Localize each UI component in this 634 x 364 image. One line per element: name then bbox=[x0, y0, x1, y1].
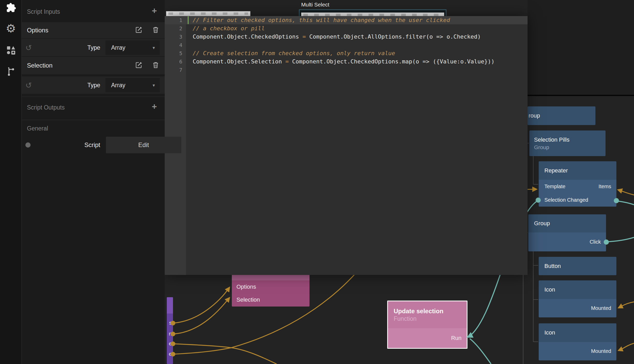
tool-sidebar: ⚙ bbox=[0, 0, 22, 364]
app-window: roup Selection Pills Group Repeater Temp… bbox=[0, 0, 634, 364]
code-line[interactable]: // a checkbox or pill bbox=[186, 24, 528, 33]
input-row-selection[interactable]: Selection bbox=[22, 57, 165, 74]
multi-select-node-label: Multi Select bbox=[301, 2, 329, 8]
node-title: Icon bbox=[544, 329, 616, 336]
type-label: Type bbox=[76, 82, 100, 89]
port-fragment: s bbox=[169, 320, 172, 326]
reset-icon[interactable]: ↺ bbox=[25, 43, 32, 52]
input-name: Selection bbox=[27, 62, 53, 69]
script-property-label: Script bbox=[74, 141, 100, 149]
node-script-clipped[interactable]: s n e e bbox=[167, 297, 173, 364]
text-cursor bbox=[188, 16, 189, 24]
code-line[interactable]: // Filter out checked options, this will… bbox=[186, 16, 528, 24]
code-line[interactable] bbox=[186, 41, 528, 49]
port-options[interactable]: Options bbox=[232, 283, 256, 290]
line-number: 3 bbox=[165, 33, 186, 41]
add-script-output-button[interactable]: + bbox=[149, 101, 160, 112]
type-label: Type bbox=[76, 44, 100, 51]
code-line[interactable]: // Create selection from checked options… bbox=[186, 49, 528, 57]
line-number: 6 bbox=[165, 57, 186, 66]
section-script-inputs: Script Inputs bbox=[27, 8, 60, 15]
type-row-options: ↺ Type Array ▼ bbox=[22, 39, 165, 56]
script-port-dot bbox=[25, 142, 31, 148]
version-control-branch-icon[interactable] bbox=[0, 66, 22, 77]
add-script-input-button[interactable]: + bbox=[149, 6, 160, 16]
line-number: 5 bbox=[165, 49, 186, 57]
line-number: 1 bbox=[165, 16, 186, 24]
port-selection-changed[interactable]: Selection Changed bbox=[539, 197, 588, 203]
node-title: Icon bbox=[544, 286, 616, 293]
components-tab-puzzle-icon[interactable] bbox=[0, 2, 22, 13]
node-title: Repeater bbox=[544, 167, 616, 174]
chevron-down-icon: ▼ bbox=[152, 83, 156, 88]
settings-gear-icon[interactable]: ⚙ bbox=[0, 23, 22, 34]
section-general: General bbox=[27, 125, 48, 132]
node-title: Update selection bbox=[394, 308, 467, 315]
reset-icon[interactable]: ↺ bbox=[25, 81, 32, 90]
properties-panel: Script Inputs + Options ↺ Type Arr bbox=[22, 0, 165, 364]
chevron-down-icon: ▼ bbox=[152, 46, 156, 50]
delete-icon[interactable] bbox=[152, 61, 159, 70]
port-selection[interactable]: Selection bbox=[232, 296, 260, 303]
rename-icon[interactable] bbox=[135, 61, 142, 70]
divider bbox=[22, 120, 165, 120]
line-number: 7 bbox=[165, 66, 186, 74]
divider bbox=[22, 97, 165, 97]
dropdown-value: Array bbox=[111, 44, 125, 51]
port-run[interactable]: Run bbox=[451, 335, 467, 341]
rename-icon[interactable] bbox=[135, 26, 142, 34]
line-number: 2 bbox=[165, 24, 186, 33]
code-line[interactable] bbox=[186, 66, 528, 74]
node-button[interactable]: Button bbox=[539, 257, 616, 275]
code-text[interactable]: // Filter out checked options, this will… bbox=[186, 16, 528, 74]
delete-icon[interactable] bbox=[152, 26, 159, 34]
node-icon-2[interactable]: Icon Mounted bbox=[539, 323, 616, 360]
node-update-selection[interactable]: Update selection Function Run bbox=[387, 301, 467, 349]
script-code-editor[interactable]: 1234567 // Filter out checked options, t… bbox=[165, 16, 528, 275]
port-fragment: e bbox=[169, 351, 172, 357]
port-click[interactable]: Click bbox=[590, 239, 606, 245]
port-template[interactable]: Template bbox=[539, 184, 565, 190]
code-line[interactable]: Component.Object.Selection = Component.O… bbox=[186, 57, 528, 66]
port-mounted[interactable]: Mounted bbox=[591, 305, 616, 311]
node-options-selection[interactable]: Options Selection bbox=[232, 274, 309, 307]
section-script-outputs: Script Outputs bbox=[27, 104, 65, 111]
edit-script-button[interactable]: Edit bbox=[106, 137, 181, 153]
code-line[interactable]: Component.Object.CheckedOptions = Compon… bbox=[186, 33, 528, 41]
input-name: Options bbox=[27, 27, 48, 34]
port-fragment: e bbox=[169, 341, 172, 347]
dropdown-value: Array bbox=[111, 82, 125, 89]
type-row-selection: ↺ Type Array ▼ bbox=[22, 76, 165, 94]
port-fragment: n bbox=[169, 331, 172, 337]
line-number: 4 bbox=[165, 41, 186, 49]
multi-select-node-preview[interactable] bbox=[299, 9, 446, 16]
components-library-icon[interactable] bbox=[0, 45, 22, 55]
node-group[interactable]: Group Click bbox=[528, 214, 606, 251]
type-dropdown-options[interactable]: Array ▼ bbox=[105, 40, 160, 55]
node-repeater[interactable]: Repeater Template Items Selection Change… bbox=[539, 161, 616, 207]
node-subtitle: Group bbox=[534, 144, 606, 150]
port-mounted[interactable]: Mounted bbox=[591, 348, 616, 354]
node-title: Group bbox=[534, 220, 606, 227]
node-title: roup bbox=[529, 112, 595, 119]
node-icon-1[interactable]: Icon Mounted bbox=[539, 280, 616, 317]
type-dropdown-selection[interactable]: Array ▼ bbox=[105, 78, 160, 92]
node-title: Button bbox=[544, 263, 616, 270]
node-selection-pills[interactable]: Selection Pills Group bbox=[529, 130, 606, 156]
node-subtitle: Function bbox=[394, 315, 467, 322]
node-group-top[interactable]: roup bbox=[528, 106, 595, 125]
component-preview bbox=[166, 11, 250, 16]
port-items[interactable]: Items bbox=[599, 184, 616, 190]
node-title: Selection Pills bbox=[534, 136, 606, 143]
input-row-options[interactable]: Options bbox=[22, 22, 165, 38]
